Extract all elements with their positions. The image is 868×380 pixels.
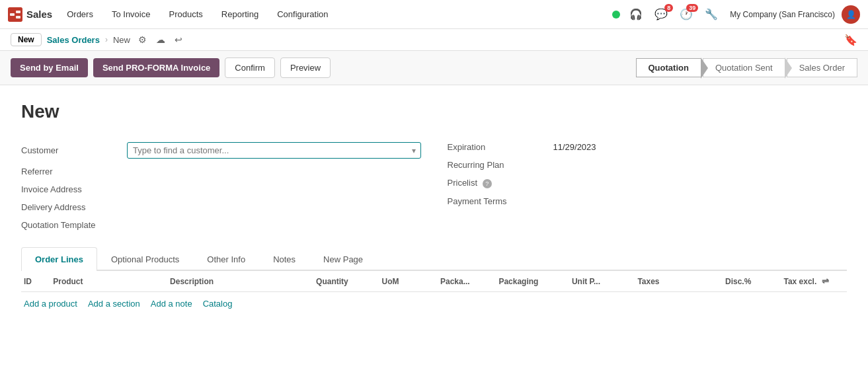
col-header-packaging: Packaging (496, 271, 569, 292)
nav-right: 🎧 💬 8 🕐 39 🔧 My Company (San Francisco) … (612, 5, 860, 24)
expiration-label: Expiration (448, 142, 553, 152)
col-header-taxes: Taxes (635, 271, 723, 292)
tab-new-page[interactable]: New Page (309, 247, 377, 271)
delivery-address-label: Delivery Address (21, 202, 127, 212)
recurring-plan-label: Recurring Plan (448, 160, 553, 170)
breadcrumb-current: New (113, 35, 130, 45)
bookmark-icon[interactable]: 🔖 (844, 34, 857, 46)
app-logo[interactable]: Sales (8, 7, 52, 22)
status-dot (612, 11, 620, 19)
breadcrumb-parent[interactable]: Sales Orders (47, 35, 100, 45)
catalog-link[interactable]: Catalog (203, 299, 233, 309)
nav-configuration[interactable]: Configuration (268, 0, 337, 29)
avatar-image: 👤 (846, 10, 856, 19)
updates-badge: 39 (686, 4, 698, 12)
pricelist-label: Pricelist ? (448, 178, 553, 188)
headset-icon: 🎧 (629, 8, 643, 20)
status-sales-order-label: Sales Order (799, 63, 845, 73)
referrer-input[interactable] (127, 167, 421, 176)
tab-optional-products[interactable]: Optional Products (97, 247, 193, 271)
nav-orders[interactable]: Orders (58, 0, 102, 29)
status-bar: Quotation Quotation Sent Sales Order (636, 58, 858, 77)
add-product-link[interactable]: Add a product (24, 299, 77, 309)
settings-gear-icon[interactable]: ⚙ (136, 33, 149, 46)
customer-input[interactable] (127, 142, 421, 159)
tab-other-info[interactable]: Other Info (193, 247, 259, 271)
breadcrumb-icons: ⚙ ☁ ↩ (136, 33, 185, 46)
pricelist-help-icon[interactable]: ? (483, 179, 492, 188)
invoice-address-row: Invoice Address (21, 180, 421, 198)
col-header-quantity: Quantity (313, 271, 379, 292)
nav-to-invoice[interactable]: To Invoice (102, 0, 160, 29)
delivery-address-row: Delivery Address (21, 198, 421, 216)
status-sales-order[interactable]: Sales Order (787, 58, 857, 77)
company-name[interactable]: My Company (San Francisco) (730, 10, 835, 19)
recurring-plan-input[interactable] (553, 160, 848, 170)
quotation-template-label: Quotation Template (21, 220, 127, 230)
tab-order-lines[interactable]: Order Lines (21, 247, 97, 271)
chat-icon-btn[interactable]: 💬 8 (652, 5, 670, 24)
breadcrumb-right: 🔖 (844, 34, 857, 46)
expiration-value[interactable]: 11/29/2023 (553, 142, 848, 152)
status-quotation-label: Quotation (649, 63, 689, 73)
page-title: New (21, 101, 847, 122)
send-email-button[interactable]: Send by Email (11, 58, 88, 77)
delivery-address-input[interactable] (127, 202, 421, 212)
quotation-template-row: Quotation Template (21, 216, 421, 234)
invoice-address-label: Invoice Address (21, 184, 127, 194)
top-nav: Sales Orders To Invoice Products Reporti… (0, 0, 868, 29)
tabs-bar: Order Lines Optional Products Other Info… (21, 247, 847, 271)
breadcrumb-bar: New Sales Orders › New ⚙ ☁ ↩ 🔖 (0, 29, 868, 51)
invoice-address-input[interactable] (127, 184, 421, 194)
support-icon-btn[interactable]: 🎧 (627, 5, 645, 24)
col-header-unitp: Unit P... (569, 271, 635, 292)
recurring-plan-row: Recurring Plan (448, 156, 848, 174)
cloud-upload-icon[interactable]: ☁ (153, 33, 168, 46)
adjust-columns-icon[interactable]: ⇌ (822, 276, 829, 286)
col-header-packa: Packa... (438, 271, 496, 292)
col-header-product: Product (50, 271, 167, 292)
new-badge-button[interactable]: New (11, 33, 42, 46)
expiration-row: Expiration 11/29/2023 (448, 138, 848, 156)
table-actions: Add a product Add a section Add a note C… (21, 292, 847, 315)
form-right: Expiration 11/29/2023 Recurring Plan Pri… (448, 138, 848, 234)
nav-reporting[interactable]: Reporting (212, 0, 268, 29)
referrer-label: Referrer (21, 167, 127, 176)
svg-rect-3 (16, 16, 20, 19)
action-bar: Send by Email Send PRO-FORMA Invoice Con… (0, 51, 868, 85)
col-header-id: ID (21, 271, 50, 292)
form-grid: Customer Referrer Invoice Address Delive… (21, 138, 847, 234)
customer-label: Customer (21, 145, 127, 155)
quotation-template-input[interactable] (127, 220, 421, 230)
breadcrumb-separator: › (105, 35, 108, 44)
user-avatar[interactable]: 👤 (842, 5, 860, 24)
tab-notes[interactable]: Notes (259, 247, 309, 271)
settings-icon-btn[interactable]: 🔧 (702, 5, 721, 24)
confirm-button[interactable]: Confirm (225, 57, 275, 78)
add-note-link[interactable]: Add a note (151, 299, 192, 309)
form-left: Customer Referrer Invoice Address Delive… (21, 138, 421, 234)
col-header-disc: Disc.% (723, 271, 781, 292)
col-header-taxexcl: Tax excl. ⇌ (781, 271, 847, 292)
preview-button[interactable]: Preview (280, 57, 331, 78)
customer-select-wrapper (127, 142, 421, 159)
send-proforma-button[interactable]: Send PRO-FORMA Invoice (93, 58, 219, 77)
payment-terms-input[interactable] (553, 196, 848, 206)
col-header-description: Description (167, 271, 313, 292)
main-content: New Customer Referrer Invoice Address De… (0, 85, 868, 331)
nav-menu: Orders To Invoice Products Reporting Con… (58, 0, 337, 29)
col-header-uom: UoM (379, 271, 438, 292)
customer-row: Customer (21, 138, 421, 163)
app-logo-icon (8, 7, 22, 22)
undo-icon[interactable]: ↩ (172, 33, 185, 46)
pricelist-input[interactable] (553, 178, 848, 188)
nav-products[interactable]: Products (159, 0, 212, 29)
status-quotation[interactable]: Quotation (636, 58, 701, 77)
wrench-icon: 🔧 (705, 8, 718, 20)
status-quotation-sent[interactable]: Quotation Sent (703, 58, 785, 77)
updates-icon-btn[interactable]: 🕐 39 (677, 5, 695, 24)
status-quotation-sent-label: Quotation Sent (715, 63, 773, 73)
app-name: Sales (26, 9, 52, 20)
add-section-link[interactable]: Add a section (88, 299, 140, 309)
pricelist-row: Pricelist ? (448, 174, 848, 192)
